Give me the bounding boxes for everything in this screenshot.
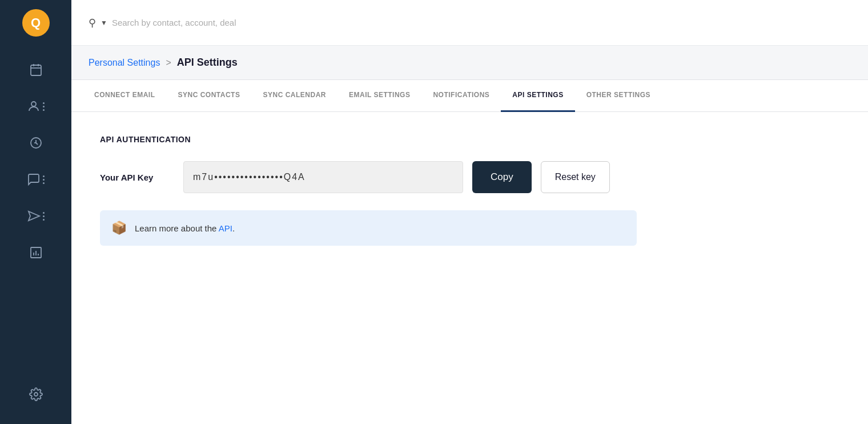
logo-icon: Q	[22, 9, 50, 37]
sidebar-item-calendar[interactable]	[0, 51, 71, 88]
dots-indicator-campaigns	[43, 212, 45, 221]
tab-connect-email[interactable]: CONNECT EMAIL	[83, 80, 167, 112]
sidebar-nav	[0, 46, 71, 271]
dots-indicator	[43, 102, 45, 111]
api-key-row: Your API Key Copy Reset key	[100, 161, 839, 193]
tab-notifications[interactable]: NOTIFICATIONS	[421, 80, 501, 112]
api-link[interactable]: API	[219, 223, 232, 233]
main-content: ⚲ ▼ Search by contact, account, deal Per…	[71, 0, 868, 424]
dots-indicator-chat	[43, 175, 45, 184]
info-box: 📦 Learn more about the API.	[100, 210, 637, 246]
search-icon: ⚲	[89, 17, 96, 29]
breadcrumb-separator: >	[166, 58, 171, 68]
breadcrumb-parent[interactable]: Personal Settings	[89, 58, 160, 68]
section-title: API AUTHENTICATION	[100, 135, 839, 144]
tab-email-settings[interactable]: EMAIL SETTINGS	[337, 80, 421, 112]
svg-point-11	[34, 393, 38, 396]
search-chevron-icon: ▼	[101, 19, 107, 27]
sidebar: Q	[0, 0, 71, 424]
sidebar-item-settings[interactable]	[0, 376, 71, 413]
copy-button[interactable]: Copy	[472, 161, 532, 193]
tabs-bar: CONNECT EMAIL SYNC CONTACTS SYNC CALENDA…	[71, 80, 868, 112]
sidebar-item-reports[interactable]	[0, 234, 71, 271]
tab-api-settings[interactable]: API SETTINGS	[501, 80, 574, 112]
tab-other-settings[interactable]: OTHER SETTINGS	[575, 80, 662, 112]
sidebar-logo[interactable]: Q	[0, 0, 71, 46]
content-area: API AUTHENTICATION Your API Key Copy Res…	[71, 112, 868, 424]
tab-sync-contacts[interactable]: SYNC CONTACTS	[167, 80, 252, 112]
info-package-icon: 📦	[111, 221, 127, 235]
topbar: ⚲ ▼ Search by contact, account, deal	[71, 0, 868, 46]
svg-rect-0	[31, 65, 41, 75]
reset-key-button[interactable]: Reset key	[541, 161, 610, 193]
sidebar-item-contacts[interactable]	[0, 88, 71, 125]
search-area[interactable]: ⚲ ▼ Search by contact, account, deal	[89, 17, 236, 29]
breadcrumb-current: API Settings	[177, 57, 238, 69]
api-key-label: Your API Key	[100, 173, 174, 182]
api-key-input[interactable]	[183, 161, 463, 193]
sidebar-item-campaigns[interactable]	[0, 198, 71, 234]
sidebar-item-deals[interactable]	[0, 125, 71, 161]
sidebar-item-chat[interactable]	[0, 161, 71, 198]
search-placeholder: Search by contact, account, deal	[112, 18, 236, 27]
svg-point-4	[31, 102, 36, 106]
tab-sync-calendar[interactable]: SYNC CALENDAR	[251, 80, 337, 112]
breadcrumb: Personal Settings > API Settings	[71, 46, 868, 80]
info-text: Learn more about the API.	[135, 223, 235, 233]
